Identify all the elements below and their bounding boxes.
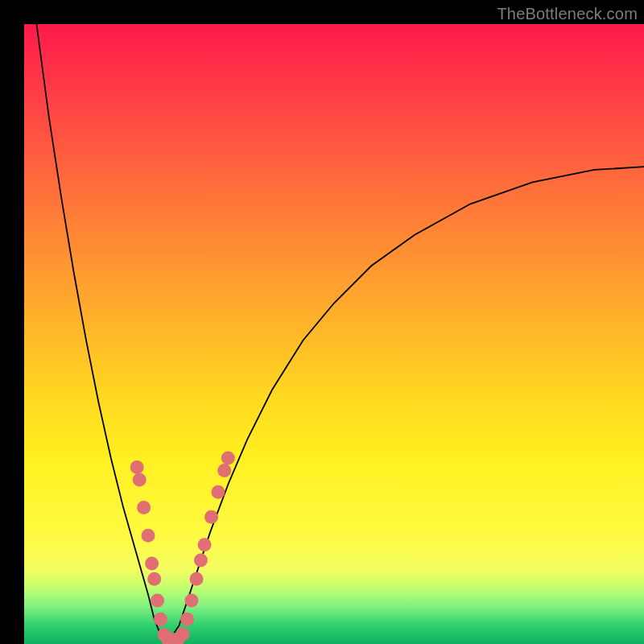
data-dot <box>190 572 204 586</box>
data-dot <box>147 572 161 586</box>
curve-svg <box>24 24 644 644</box>
data-dot <box>145 556 159 570</box>
data-dot <box>142 529 155 543</box>
data-dot <box>130 460 144 474</box>
data-dot <box>184 594 198 608</box>
data-dot <box>198 538 212 551</box>
data-dot <box>204 510 218 524</box>
data-dot <box>176 627 190 641</box>
data-dot <box>137 501 151 514</box>
data-dot <box>217 464 231 477</box>
chart-frame: TheBottleneck.com <box>0 0 644 644</box>
data-dot <box>180 613 194 626</box>
data-dot <box>212 485 225 499</box>
watermark-text: TheBottleneck.com <box>497 5 638 23</box>
data-dot <box>221 452 235 465</box>
data-dots <box>130 452 235 645</box>
data-dot <box>154 613 167 626</box>
data-dot <box>133 473 147 486</box>
curve-right-branch <box>167 167 644 644</box>
data-dot <box>194 554 208 568</box>
data-dot <box>151 594 164 608</box>
curve-left-branch <box>36 24 167 644</box>
plot-area <box>24 24 644 644</box>
